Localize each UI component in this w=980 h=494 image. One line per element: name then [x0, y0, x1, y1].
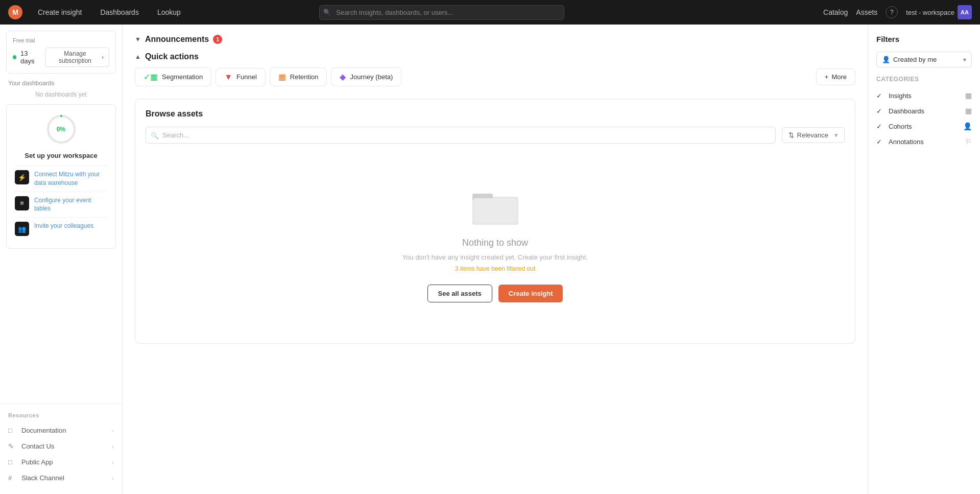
nav-catalog[interactable]: Catalog	[823, 8, 848, 16]
category-annotations[interactable]: ✓ Annotations ⚐	[876, 134, 972, 149]
quick-actions-header[interactable]: ▲ Quick actions	[135, 52, 855, 61]
categories-title: Categories	[876, 76, 972, 83]
filters-panel: Filters 👤 Created by me ▾ Categories ✓ I…	[868, 25, 980, 494]
nav-assets[interactable]: Assets	[856, 8, 877, 16]
topnav-right-section: Catalog Assets ? test - workspace AA	[823, 5, 972, 19]
warehouse-icon: ⚡	[15, 170, 29, 184]
free-trial-label: Free trial	[13, 37, 109, 43]
global-search-input[interactable]	[319, 5, 564, 20]
workspace-name-label: test - workspace	[906, 9, 954, 16]
quick-actions-buttons: ✓▦ Segmentation ▼ Funnel ▦ Retention ◆ J…	[135, 67, 855, 86]
documentation-icon: □	[8, 427, 17, 434]
progress-ring: 0%	[45, 113, 78, 146]
free-trial-box: Free trial 13 days Manage subscription ›	[6, 31, 116, 74]
funnel-icon: ▼	[224, 73, 232, 82]
check-icon: ✓	[876, 138, 885, 146]
sort-icon: ⇅	[788, 131, 794, 139]
nav-dashboards[interactable]: Dashboards	[97, 6, 142, 18]
trial-status-dot	[13, 55, 16, 59]
funnel-button[interactable]: ▼ Funnel	[216, 68, 266, 86]
cohorts-category-icon: 👤	[963, 122, 972, 130]
workspace-selector[interactable]: test - workspace AA	[906, 5, 972, 19]
events-icon: ≡	[15, 196, 29, 210]
category-insights[interactable]: ✓ Insights ▦	[876, 88, 972, 103]
your-dashboards-label: Your dashboards	[0, 74, 122, 89]
manage-subscription-button[interactable]: Manage subscription ›	[45, 48, 109, 67]
resource-public-app[interactable]: □ Public App ›	[0, 454, 122, 470]
check-icon: ✓	[876, 107, 885, 115]
empty-actions: See all assets Create insight	[427, 285, 563, 302]
category-dashboards[interactable]: ✓ Dashboards ▦	[876, 103, 972, 119]
resource-documentation[interactable]: □ Documentation ›	[0, 422, 122, 438]
content-area: ▼ Announcements 1 ▲ Quick actions ✓▦ Seg…	[123, 25, 868, 494]
help-button[interactable]: ?	[886, 6, 898, 18]
chevron-right-icon: ›	[112, 459, 114, 465]
annotations-category-icon: ⚐	[965, 137, 972, 146]
announcements-title: Announcements	[145, 35, 209, 44]
workspace-setup-title: Set up your workspace	[15, 152, 107, 159]
chevron-right-icon: ›	[112, 475, 114, 481]
browse-controls: ⇅ Relevance ▾	[146, 127, 845, 144]
check-icon: ✓	[876, 123, 885, 130]
no-dashboards-text: No dashboards yet	[0, 89, 122, 100]
plus-icon: +	[825, 73, 829, 81]
quick-actions-chevron-icon: ▲	[135, 53, 141, 60]
setup-link-events[interactable]: Configure your event tables	[34, 196, 107, 214]
announcements-chevron-icon: ▼	[135, 36, 141, 43]
browse-assets-title: Browse assets	[146, 109, 845, 119]
resource-slack-channel[interactable]: # Slack Channel ›	[0, 470, 122, 486]
more-button[interactable]: + More	[816, 68, 855, 85]
quick-actions-section: ▲ Quick actions ✓▦ Segmentation ▼ Funnel…	[135, 52, 855, 86]
chevron-right-icon: ›	[112, 443, 114, 450]
dashboards-category-icon: ▦	[965, 107, 972, 115]
create-insight-button[interactable]: Create insight	[498, 285, 563, 302]
global-search	[319, 5, 564, 20]
avatar: AA	[958, 5, 972, 19]
setup-link-warehouse[interactable]: Connect Mitzu with your data warehouse	[34, 170, 107, 187]
retention-button[interactable]: ▦ Retention	[270, 67, 327, 86]
insights-category-icon: ▦	[965, 91, 972, 100]
relevance-select[interactable]: ⇅ Relevance ▾	[782, 127, 845, 143]
browse-search-wrap	[146, 127, 776, 144]
sidebar: Free trial 13 days Manage subscription ›…	[0, 25, 123, 494]
category-cohorts[interactable]: ✓ Cohorts 👤	[876, 119, 972, 134]
progress-percent: 0%	[57, 126, 65, 133]
announcement-badge: 1	[213, 35, 222, 44]
browse-search-input[interactable]	[146, 127, 776, 144]
announcements-header[interactable]: ▼ Announcements 1	[135, 35, 855, 44]
setup-link-colleagues[interactable]: Invite your colleagues	[34, 222, 93, 230]
svg-rect-4	[474, 198, 517, 223]
journey-icon: ◆	[340, 72, 346, 82]
quick-actions-title: Quick actions	[145, 52, 199, 61]
see-all-assets-button[interactable]: See all assets	[427, 285, 492, 302]
empty-title: Nothing to show	[462, 238, 528, 248]
journey-button[interactable]: ◆ Journey (beta)	[331, 67, 401, 86]
setup-item-warehouse: ⚡ Connect Mitzu with your data warehouse	[15, 166, 107, 192]
segmentation-button[interactable]: ✓▦ Segmentation	[135, 67, 211, 86]
contact-icon: ✎	[8, 442, 17, 450]
resources-title: Resources	[0, 410, 122, 422]
nav-create-insight[interactable]: Create insight	[35, 6, 85, 18]
main-layout: Free trial 13 days Manage subscription ›…	[0, 25, 980, 494]
setup-item-events: ≡ Configure your event tables	[15, 192, 107, 218]
workspace-setup-card: 0% Set up your workspace ⚡ Connect Mitzu…	[6, 104, 116, 249]
nav-lookup[interactable]: Lookup	[154, 6, 184, 18]
app-logo[interactable]: M	[8, 5, 22, 19]
empty-state: Nothing to show You don't have any insig…	[146, 156, 845, 333]
progress-ring-wrap: 0%	[15, 113, 107, 146]
setup-item-colleagues: 👥 Invite your colleagues	[15, 217, 107, 240]
slack-icon: #	[8, 474, 17, 482]
chevron-right-icon: ›	[102, 54, 104, 61]
trial-row: 13 days Manage subscription ›	[13, 48, 109, 67]
empty-folder-illustration	[470, 186, 521, 227]
chevron-down-icon: ▾	[834, 131, 838, 139]
chevron-down-icon: ▾	[963, 56, 966, 63]
user-icon: 👤	[882, 56, 890, 63]
check-icon: ✓	[876, 92, 885, 100]
resources-section: Resources □ Documentation › ✎ Contact Us…	[0, 404, 122, 486]
resource-contact-us[interactable]: ✎ Contact Us ›	[0, 438, 122, 454]
retention-icon: ▦	[278, 72, 286, 82]
browse-assets-section: Browse assets ⇅ Relevance ▾ Noth	[135, 99, 855, 344]
public-app-icon: □	[8, 458, 17, 466]
created-by-me-select[interactable]: 👤 Created by me ▾	[876, 52, 972, 67]
